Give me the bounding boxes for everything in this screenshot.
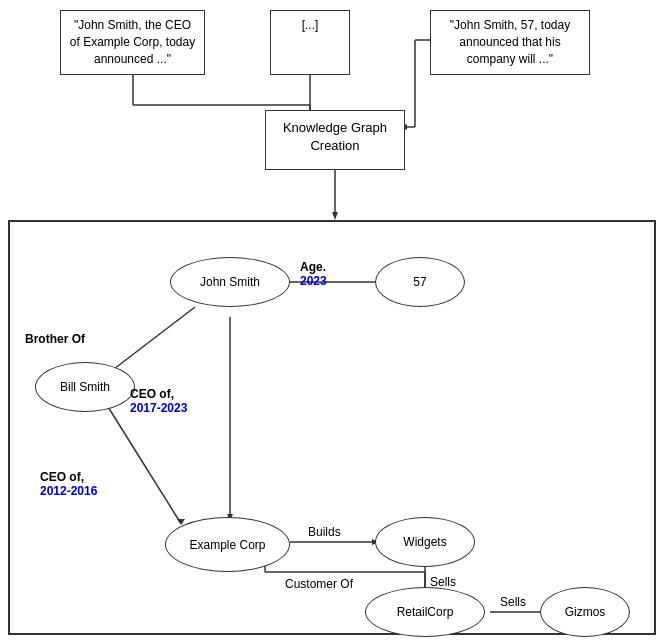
label-sells-widgets: Sells [430, 575, 456, 589]
input-right-text: "John Smith, 57, today announced that hi… [450, 18, 570, 66]
input-box-left: "John Smith, the CEO of Example Corp, to… [60, 10, 205, 75]
label-ceo-bill: CEO of, 2012-2016 [40, 470, 97, 498]
node-example-corp: Example Corp [165, 517, 290, 572]
node-john-smith: John Smith [170, 257, 290, 307]
node-widgets: Widgets [375, 517, 475, 567]
kg-result-area: John Smith 57 Bill Smith Example Corp Wi… [8, 220, 656, 635]
graph-arrows-svg [10, 222, 654, 633]
label-ceo-john: CEO of, 2017-2023 [130, 387, 187, 415]
node-age-57: 57 [375, 257, 465, 307]
svg-marker-11 [332, 212, 338, 220]
node-bill-smith: Bill Smith [35, 362, 135, 412]
input-box-middle: [...] [270, 10, 350, 75]
input-box-right: "John Smith, 57, today announced that hi… [430, 10, 590, 75]
node-retailcorp: RetailCorp [365, 587, 485, 637]
input-middle-text: [...] [302, 18, 319, 32]
kg-creation-box: Knowledge Graph Creation [265, 110, 405, 170]
label-age: Age. 2023 [300, 260, 327, 288]
kg-creation-label: Knowledge Graph Creation [283, 120, 387, 153]
label-builds: Builds [308, 525, 341, 539]
diagram-container: "John Smith, the CEO of Example Corp, to… [0, 0, 664, 641]
node-gizmos: Gizmos [540, 587, 630, 637]
svg-line-18 [105, 402, 180, 522]
input-left-text: "John Smith, the CEO of Example Corp, to… [70, 18, 195, 66]
label-sells-gizmos: Sells [500, 595, 526, 609]
svg-line-14 [110, 307, 195, 372]
label-customer-of: Customer Of [285, 577, 353, 591]
label-brother-of: Brother Of [25, 332, 85, 346]
